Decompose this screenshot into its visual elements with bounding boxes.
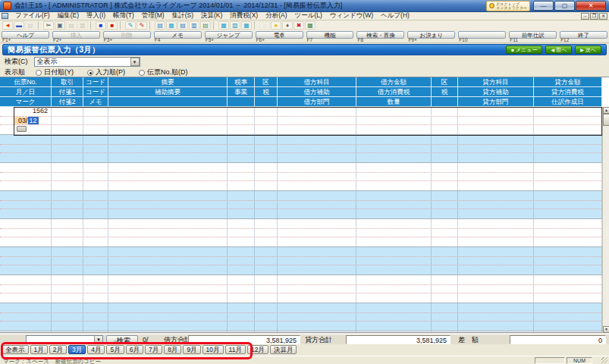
copy-icon[interactable]: ▣ xyxy=(55,21,65,30)
mdi-minimize-icon[interactable]: – xyxy=(581,13,589,20)
grid-row[interactable] xyxy=(0,219,602,228)
month-tab-12[interactable]: 12月 xyxy=(247,345,268,354)
mark-button[interactable] xyxy=(17,126,27,132)
grid-row[interactable] xyxy=(0,265,602,275)
journal-icon[interactable]: ▤ xyxy=(155,21,165,30)
prev-button[interactable]: ◀前へ xyxy=(545,46,572,54)
grid-row[interactable] xyxy=(0,284,602,293)
month-tab-7[interactable]: 7月 xyxy=(145,345,162,354)
grid-row[interactable] xyxy=(0,322,602,331)
save-icon[interactable]: ▬ xyxy=(14,21,24,30)
month-tab-9[interactable]: 9月 xyxy=(183,345,200,354)
pen-blue-icon[interactable]: ✎ xyxy=(125,21,136,30)
calc-grid-icon[interactable]: ▦ xyxy=(305,21,315,30)
grid-row[interactable] xyxy=(0,293,602,303)
desktop-instructor-badge[interactable]: デスクトップインストラクター xyxy=(486,1,530,11)
month-tab-0[interactable]: 全表示 xyxy=(2,345,29,354)
grid-row[interactable] xyxy=(0,303,602,312)
month-tab-10[interactable]: 10月 xyxy=(202,345,224,354)
scroll-up-icon[interactable]: ▲ xyxy=(603,107,609,114)
menu-item-0[interactable]: ファイル(F) xyxy=(11,11,54,20)
maximize-button[interactable]: ▢ xyxy=(554,1,575,11)
grid-row[interactable] xyxy=(0,135,602,144)
bulb-icon[interactable]: ● xyxy=(271,21,281,30)
grid-row[interactable] xyxy=(0,247,602,256)
month-tab-4[interactable]: 4月 xyxy=(87,345,105,354)
chevron-down-icon[interactable]: ▼ xyxy=(94,336,102,344)
grid-row[interactable] xyxy=(0,275,602,284)
date-cell[interactable]: 03/12 xyxy=(14,117,39,124)
tools-icon[interactable]: ♦ xyxy=(282,21,293,30)
grid-row[interactable] xyxy=(0,191,602,200)
menu-item-8[interactable]: 分析(A) xyxy=(262,11,290,20)
menu-button[interactable]: ■メニュー xyxy=(506,46,542,54)
fkey-button-f7[interactable]: 機能 xyxy=(306,31,354,39)
grid-row[interactable] xyxy=(0,153,602,162)
next-button[interactable]: ▶次へ xyxy=(575,46,601,54)
menu-item-11[interactable]: ヘルプ(H) xyxy=(377,11,413,20)
report1-icon[interactable]: ▦ xyxy=(218,21,229,30)
fusen-blue-icon[interactable]: ■ xyxy=(96,21,106,30)
pen-red-icon[interactable]: ✎ xyxy=(137,21,147,30)
slip-filter-combobox[interactable]: ▼ xyxy=(26,335,103,344)
grid-header-row-1: 月／日付箋1コード補助摘要事業税借方補助借方消費税税貸方補助貸方消費税 xyxy=(0,87,602,97)
menu-item-3[interactable]: 帳簿(T) xyxy=(109,11,138,20)
menu-item-1[interactable]: 編集(E) xyxy=(54,11,83,20)
mdi-restore-icon[interactable]: ❐ xyxy=(590,13,598,20)
grid-row[interactable] xyxy=(0,200,602,209)
grid-row[interactable] xyxy=(0,256,602,265)
grid-row[interactable] xyxy=(0,228,602,237)
month-tab-6[interactable]: 6月 xyxy=(126,345,143,354)
month-tab-5[interactable]: 5月 xyxy=(106,345,124,354)
menu-item-4[interactable]: 管理(M) xyxy=(138,11,168,20)
cut-icon[interactable]: ✂ xyxy=(43,21,54,30)
month-tab-1[interactable]: 1月 xyxy=(30,345,48,354)
minimize-button[interactable]: — xyxy=(533,1,554,11)
month-tab-8[interactable]: 8月 xyxy=(164,345,181,354)
grid-cell xyxy=(356,257,432,265)
grid-row[interactable] xyxy=(0,331,602,333)
grid-row[interactable] xyxy=(0,312,602,322)
trial-balance-icon[interactable]: ▥ xyxy=(189,21,199,30)
month-tab-13[interactable]: 決算月 xyxy=(270,345,297,354)
close-button[interactable]: ✕ xyxy=(576,1,606,11)
grid-row[interactable] xyxy=(0,144,602,153)
fkey-button-f8[interactable]: 検索・置換 xyxy=(356,31,404,39)
menu-item-10[interactable]: ウィンドウ(W) xyxy=(326,11,377,20)
scrollbar-thumb[interactable] xyxy=(603,114,609,126)
mdi-child-icon[interactable] xyxy=(2,13,8,19)
vertical-scrollbar[interactable]: ▲ ▼ xyxy=(602,107,609,333)
search-combobox[interactable]: 全表示 ▼ xyxy=(34,57,140,67)
grid-row[interactable] xyxy=(0,163,602,172)
grid-row[interactable]: 03/12 xyxy=(0,116,602,125)
grid-row[interactable] xyxy=(0,125,602,134)
grid-row[interactable] xyxy=(0,209,602,218)
report3-icon[interactable]: ▦ xyxy=(241,21,252,30)
grid-cell xyxy=(52,181,83,190)
fkey-button-f4[interactable]: メモ xyxy=(154,31,202,39)
menu-item-6[interactable]: 決算(K) xyxy=(197,11,226,20)
slip-list-icon[interactable]: ▤ xyxy=(200,21,211,30)
grid-row[interactable] xyxy=(0,237,602,246)
subledger-icon[interactable]: ▤ xyxy=(177,21,188,30)
menu-item-5[interactable]: 集計(S) xyxy=(168,11,197,20)
exit-icon[interactable]: ◄ xyxy=(2,21,13,30)
grid-row[interactable]: 1562 xyxy=(0,107,602,116)
fusen-red-icon[interactable]: ■ xyxy=(107,21,118,30)
menu-item-9[interactable]: ツール(L) xyxy=(291,11,326,20)
grid-row[interactable] xyxy=(0,172,602,181)
grid-row[interactable] xyxy=(0,181,602,190)
close-table-icon[interactable]: ✖ xyxy=(294,21,304,30)
ledger-icon[interactable]: ▦ xyxy=(166,21,177,30)
mdi-close-icon[interactable]: ✕ xyxy=(599,13,607,20)
search-button[interactable]: ⌕検索 xyxy=(106,335,138,344)
scroll-down-icon[interactable]: ▼ xyxy=(603,326,609,333)
month-tab-11[interactable]: 11月 xyxy=(225,345,246,354)
report2-icon[interactable]: ▧ xyxy=(230,21,240,30)
menu-item-7[interactable]: 消費税(X) xyxy=(226,11,262,20)
chevron-down-icon[interactable]: ▼ xyxy=(130,58,140,66)
menu-item-2[interactable]: 導入(I) xyxy=(83,11,109,20)
month-tab-3[interactable]: 3月 xyxy=(68,345,86,354)
radio-icon xyxy=(139,70,145,76)
month-tab-2[interactable]: 2月 xyxy=(49,345,67,354)
